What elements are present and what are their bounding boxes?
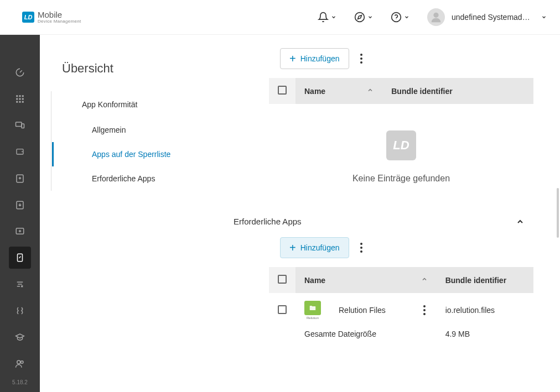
empty-state: LD Keine Einträge gefunden <box>269 104 533 197</box>
brand-logo-icon: LD <box>22 12 34 23</box>
add-required-button[interactable]: + Hinzufügen <box>280 237 349 258</box>
nav-item-general[interactable]: Allgemein <box>51 118 216 142</box>
folder-icon <box>304 301 321 315</box>
table-required: Name Bundle identifier <box>269 267 533 346</box>
panel-title-required: Erforderliche Apps <box>234 217 302 226</box>
download-icon <box>15 200 25 210</box>
code-icon <box>15 306 25 316</box>
svg-rect-10 <box>22 98 24 100</box>
table-row[interactable]: Relution Relution Files io.relution.file… <box>269 293 533 327</box>
enroll-icon <box>15 174 25 184</box>
rail-item-tablet[interactable] <box>9 141 31 163</box>
compass-menu[interactable] <box>354 12 373 23</box>
rail-item-filter[interactable] <box>9 273 31 295</box>
gauge-icon <box>15 67 25 77</box>
svg-point-4 <box>433 13 438 18</box>
rail-item-education[interactable] <box>9 326 31 348</box>
rail-item-code[interactable] <box>9 300 31 322</box>
col-name-label: Name <box>304 276 325 285</box>
col-name-label: Name <box>304 87 325 96</box>
chevron-up-icon <box>516 217 525 226</box>
size-value: 4.9 MB <box>437 327 533 346</box>
devices-icon <box>14 121 25 130</box>
rail-item-compliance[interactable] <box>9 247 31 269</box>
select-row[interactable] <box>269 293 295 327</box>
main-content: + Hinzufügen Name Bundle identifier <box>216 35 542 392</box>
svg-rect-12 <box>19 101 21 103</box>
chevron-down-icon <box>541 14 547 20</box>
svg-point-26 <box>21 361 24 364</box>
version-label: 5.18.2 <box>12 379 28 385</box>
rail-item-download[interactable] <box>9 194 31 216</box>
col-bundle[interactable]: Bundle identifier <box>437 267 533 293</box>
grid-icon <box>15 94 25 104</box>
svg-rect-14 <box>16 122 22 127</box>
col-name[interactable]: Name <box>295 78 382 104</box>
svg-rect-15 <box>22 124 24 128</box>
tablet-icon <box>14 148 25 156</box>
brand: LD Mobile Device Management <box>22 11 81 24</box>
chevron-down-icon <box>404 14 409 20</box>
empty-logo-icon: LD <box>386 130 416 160</box>
rail-item-dashboard[interactable] <box>9 61 31 83</box>
rail-item-grid[interactable] <box>9 88 31 110</box>
bell-icon <box>318 12 329 23</box>
compliance-icon <box>15 253 25 263</box>
name-cell: Relution Relution Files <box>304 301 428 320</box>
nav-container: App Konformität Allgemein Apps auf der S… <box>51 91 216 191</box>
required-more-menu[interactable] <box>358 241 365 255</box>
nav-item-required[interactable]: Erforderliche Apps <box>51 166 216 191</box>
notifications-menu[interactable] <box>318 12 336 23</box>
panel-header-required[interactable]: Erforderliche Apps <box>225 210 533 233</box>
rail-item-users[interactable] <box>9 353 31 375</box>
svg-point-25 <box>17 360 20 364</box>
nav-rail: 5.18.2 <box>0 35 40 392</box>
topbar: LD Mobile Device Management undefined Sy… <box>0 0 560 35</box>
sidebar: Übersicht App Konformität Allgemein Apps… <box>40 35 216 392</box>
nav-group-compliance[interactable]: App Konformität <box>51 91 216 118</box>
plus-icon: + <box>289 53 296 64</box>
col-name[interactable]: Name <box>295 267 437 293</box>
plus-icon: + <box>289 242 296 253</box>
users-icon <box>15 359 25 369</box>
add-label: Hinzufügen <box>300 54 340 63</box>
select-all-header[interactable] <box>269 267 295 293</box>
nav-item-blocklist[interactable]: Apps auf der Sperrliste <box>51 142 216 166</box>
col-bundle[interactable]: Bundle identifier <box>382 78 533 104</box>
rail-item-devices[interactable] <box>9 114 31 137</box>
app-icon-label: Relution <box>307 316 319 320</box>
checkbox-icon <box>278 275 287 284</box>
checkbox-icon <box>278 86 287 95</box>
add-label: Hinzufügen <box>300 243 340 252</box>
svg-rect-13 <box>22 101 24 103</box>
rail-item-enroll[interactable] <box>9 168 31 190</box>
svg-rect-7 <box>22 95 24 97</box>
toolbar-blocked: + Hinzufügen <box>225 44 533 78</box>
user-menu[interactable]: undefined Systemadmi... <box>427 8 547 26</box>
help-icon <box>391 12 402 23</box>
blocked-more-menu[interactable] <box>358 51 365 66</box>
brand-text: Mobile Device Management <box>38 11 81 24</box>
sort-up-icon <box>367 87 374 93</box>
app-icon-wrap: Relution <box>304 301 321 320</box>
svg-rect-6 <box>19 95 21 97</box>
svg-rect-9 <box>19 98 21 100</box>
add-box-icon <box>15 226 25 236</box>
avatar <box>427 8 445 26</box>
table-blocked: Name Bundle identifier <box>269 78 533 104</box>
svg-point-2 <box>392 13 401 22</box>
help-menu[interactable] <box>391 12 409 23</box>
checkbox-icon <box>278 305 287 314</box>
empty-text: Keine Einträge gefunden <box>352 174 450 184</box>
rail-item-add[interactable] <box>9 221 31 243</box>
add-blocked-button[interactable]: + Hinzufügen <box>280 48 349 69</box>
svg-rect-5 <box>16 95 18 97</box>
svg-point-17 <box>22 151 23 152</box>
row-more-menu[interactable] <box>421 303 428 317</box>
chevron-down-icon <box>331 14 336 20</box>
app-name: Relution Files <box>339 306 386 315</box>
select-all-header[interactable] <box>269 78 295 104</box>
table-subrow: Gesamte Dateigröße 4.9 MB <box>269 327 533 346</box>
brand-title: Mobile <box>38 11 81 19</box>
scrollbar[interactable] <box>557 188 559 238</box>
